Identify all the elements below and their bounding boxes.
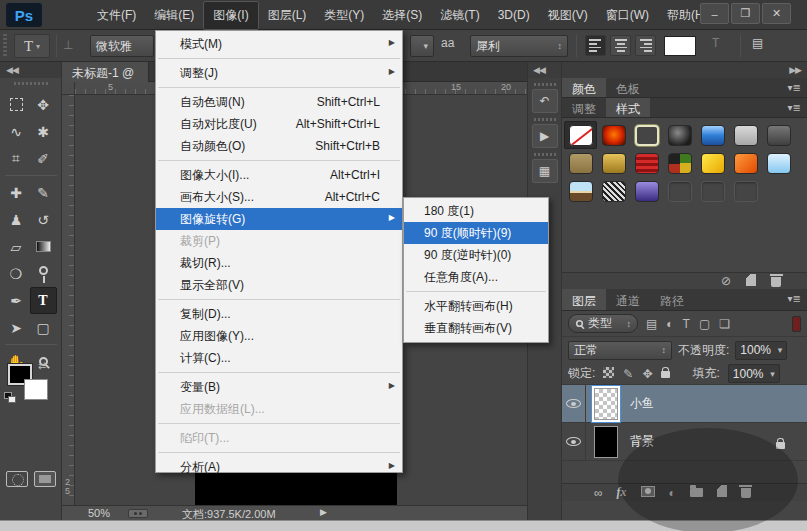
menubar-item-滤镜(T)[interactable]: 滤镜(T) <box>431 2 488 29</box>
type-tool-preset-button[interactable]: T ▾ <box>14 34 50 58</box>
warp-text-icon[interactable]: T <box>712 36 719 50</box>
layer-row-fish[interactable]: 小鱼 <box>562 385 807 423</box>
menubar-item-选择(S)[interactable]: 选择(S) <box>373 2 431 29</box>
style-swatch-bw-pattern[interactable] <box>597 177 630 205</box>
style-swatch-default-none[interactable] <box>564 121 597 149</box>
dodge-tool[interactable] <box>30 260 57 287</box>
tools-collapse-arrows[interactable]: ◀◀ <box>0 62 61 78</box>
lasso-tool[interactable]: ∿ <box>3 118 30 145</box>
menu-item[interactable]: 水平翻转画布(H) <box>404 295 548 317</box>
menu-item[interactable]: 模式(M)▶ <box>156 33 402 55</box>
menu-item[interactable]: 自动色调(N)Shift+Ctrl+L <box>156 91 402 113</box>
menu-item[interactable]: 分析(A)▶ <box>156 456 402 478</box>
brush-tool[interactable]: ✎ <box>30 179 57 206</box>
new-style-button[interactable] <box>746 274 756 289</box>
menu-item[interactable]: 自动对比度(U)Alt+Shift+Ctrl+L <box>156 113 402 135</box>
filter-pixel-layers-button[interactable]: ▤ <box>646 317 657 331</box>
menu-item[interactable]: 自动颜色(O)Shift+Ctrl+B <box>156 135 402 157</box>
style-swatch-white-outline[interactable] <box>630 121 663 149</box>
type-tool[interactable]: T <box>30 287 57 314</box>
style-swatch-purple-gradient[interactable] <box>630 177 663 205</box>
tab-adjustments[interactable]: 调整 <box>562 98 606 117</box>
panel-menu-icon[interactable]: ▾≣ <box>788 293 801 304</box>
menubar-item-视图(V)[interactable]: 视图(V) <box>539 2 597 29</box>
dock-grabber[interactable] <box>534 118 556 121</box>
text-color-swatch[interactable] <box>664 36 696 56</box>
minimize-button[interactable]: – <box>700 3 729 24</box>
layer-name[interactable]: 背景 <box>630 433 654 450</box>
screen-mode-icon[interactable] <box>34 471 56 487</box>
layer-thumbnail[interactable] <box>594 388 618 420</box>
text-orientation-icon[interactable]: ⊥ <box>63 38 73 52</box>
menu-item[interactable]: 图像旋转(G)▶ <box>156 208 402 230</box>
actions-panel-button[interactable]: ▶ <box>532 124 558 148</box>
status-arrow-icon[interactable]: ▶ <box>320 507 327 517</box>
style-swatch-red-stripes[interactable] <box>630 149 663 177</box>
tab-color[interactable]: 颜色 <box>562 78 606 97</box>
menubar-item-编辑(E)[interactable]: 编辑(E) <box>145 2 203 29</box>
clear-style-button[interactable]: ⊘ <box>721 274 731 288</box>
tab-channels[interactable]: 通道 <box>606 289 650 310</box>
align-right-button[interactable] <box>635 35 656 56</box>
menu-item[interactable]: 应用图像(Y)... <box>156 325 402 347</box>
font-size-dropdown[interactable]: ▾ <box>410 35 434 57</box>
delete-style-button[interactable] <box>771 273 781 290</box>
visibility-cell[interactable] <box>562 423 586 461</box>
lock-image-button[interactable]: ✎ <box>623 367 633 381</box>
filter-shape-layers-button[interactable]: ▢ <box>699 317 710 331</box>
menubar-item-3D(D)[interactable]: 3D(D) <box>489 3 539 27</box>
filter-type-dropdown[interactable]: 类型 ↕ <box>568 314 638 333</box>
font-family-field[interactable]: 微软雅 <box>90 35 154 57</box>
magic-wand-tool[interactable]: ✱ <box>30 118 57 145</box>
history-panel-button[interactable]: ↶ <box>532 89 558 113</box>
add-layer-mask-button[interactable] <box>641 486 655 500</box>
maximize-button[interactable]: ❒ <box>731 3 760 24</box>
options-bar-grabber[interactable] <box>3 34 7 58</box>
dock-collapse-arrows[interactable]: ◀◀ <box>528 62 561 78</box>
opacity-dropdown[interactable]: 100% ▾ <box>735 341 787 360</box>
layer-name[interactable]: 小鱼 <box>630 395 654 412</box>
link-layers-button[interactable]: ∞ <box>594 486 603 500</box>
blur-tool[interactable]: ❍ <box>3 260 30 287</box>
pen-tool[interactable]: ✒ <box>3 287 30 314</box>
gradient-tool[interactable] <box>30 233 57 260</box>
rectangular-marquee-tool[interactable] <box>3 91 30 118</box>
path-selection-tool[interactable]: ➤ <box>3 314 30 341</box>
style-swatch-landscape[interactable] <box>564 177 597 205</box>
shape-tool[interactable]: ▢ <box>30 314 57 341</box>
menubar-item-文件(F)[interactable]: 文件(F) <box>88 2 145 29</box>
spot-healing-brush-tool[interactable]: ✚ <box>3 179 30 206</box>
default-colors-icon[interactable] <box>4 392 14 402</box>
tools-grabber[interactable] <box>14 82 48 85</box>
layer-thumbnail[interactable] <box>594 426 618 458</box>
menu-item[interactable]: 180 度(1) <box>404 200 548 222</box>
lock-position-button[interactable]: ✥ <box>642 367 652 381</box>
menu-item[interactable]: 画布大小(S)...Alt+Ctrl+C <box>156 186 402 208</box>
tab-swatches[interactable]: 色板 <box>606 78 650 97</box>
filter-toggle-switch[interactable] <box>792 316 801 332</box>
menu-item[interactable]: 变量(B)▶ <box>156 376 402 398</box>
align-center-button[interactable] <box>610 35 631 56</box>
document-tab[interactable]: 未标题-1 @ <box>62 62 149 82</box>
anti-alias-method-dropdown[interactable]: 犀利 ↕ <box>470 35 568 57</box>
blend-mode-dropdown[interactable]: 正常 ↕ <box>568 341 672 360</box>
align-left-button[interactable] <box>585 35 606 56</box>
style-swatch-yellow-bevel[interactable] <box>696 149 729 177</box>
layer-effects-button[interactable]: fx <box>617 485 627 500</box>
style-swatch-empty-slot-1[interactable] <box>663 177 696 205</box>
menu-item[interactable]: 显示全部(V) <box>156 274 402 296</box>
tab-styles[interactable]: 样式 <box>606 98 650 117</box>
style-swatch-khaki[interactable] <box>564 149 597 177</box>
layer-row-background[interactable]: 背景 <box>562 423 807 461</box>
quick-mask-icon[interactable] <box>6 471 28 487</box>
new-layer-button[interactable] <box>717 485 727 500</box>
menu-item[interactable]: 图像大小(I)...Alt+Ctrl+I <box>156 164 402 186</box>
menu-item[interactable]: 垂直翻转画布(V) <box>404 317 548 339</box>
filter-adjustment-layers-button[interactable]: ◐ <box>666 317 673 331</box>
filter-smart-objects-button[interactable]: ❏ <box>719 317 730 331</box>
menu-item[interactable]: 复制(D)... <box>156 303 402 325</box>
tab-layers[interactable]: 图层 <box>562 289 606 310</box>
close-button[interactable]: ✕ <box>762 3 791 24</box>
lock-all-button[interactable] <box>661 366 670 381</box>
new-group-button[interactable] <box>690 485 703 500</box>
